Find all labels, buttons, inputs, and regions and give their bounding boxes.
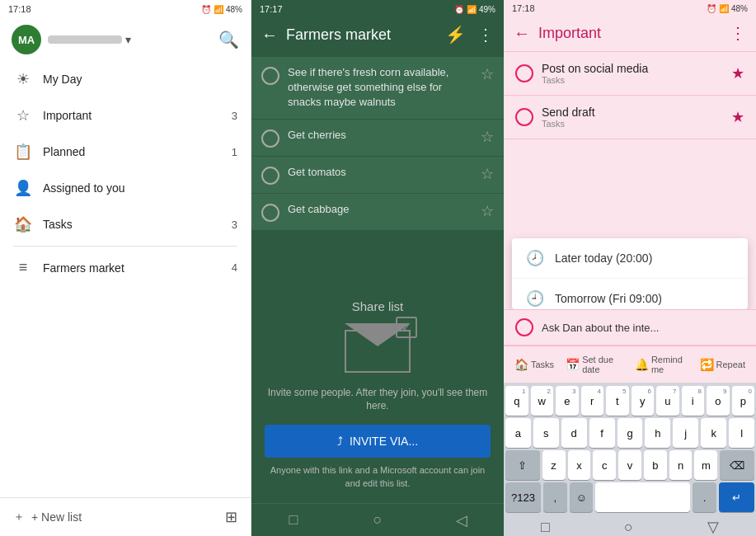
key-l[interactable]: l <box>729 418 754 448</box>
key-a[interactable]: a <box>505 418 531 448</box>
key-u[interactable]: 7u <box>656 386 679 416</box>
key-r[interactable]: 4r <box>581 386 604 416</box>
back-icon-right[interactable]: ← <box>514 24 530 43</box>
nav-item-assigned[interactable]: 👤 Assigned to you <box>0 170 251 206</box>
key-j[interactable]: j <box>673 418 698 448</box>
circle-nav-btn[interactable]: ○ <box>365 511 390 529</box>
key-o[interactable]: 9o <box>707 386 730 416</box>
toolbar-repeat[interactable]: 🔁 Repeat <box>696 355 749 374</box>
share-icon[interactable]: ⚡ <box>445 25 466 45</box>
key-k[interactable]: k <box>701 418 726 448</box>
task-star-2[interactable]: ☆ <box>481 128 494 146</box>
ask-dan-row: Ask Dan about the inte... <box>504 309 756 346</box>
square-nav-btn-right[interactable]: □ <box>541 519 550 536</box>
key-g[interactable]: g <box>617 418 643 448</box>
task-item: See if there's fresh corn available, oth… <box>251 57 504 119</box>
nav-item-farmers[interactable]: ≡ Farmers market 4 <box>0 250 251 285</box>
key-symbols[interactable]: ?123 <box>505 482 541 512</box>
key-c[interactable]: c <box>593 450 616 480</box>
key-v[interactable]: v <box>618 450 641 480</box>
key-d[interactable]: d <box>561 418 587 448</box>
status-icons-right: ⏰ 📶 48% <box>707 4 748 13</box>
task-star-4[interactable]: ☆ <box>481 202 494 220</box>
toolbar-tasks[interactable]: 🏠 Tasks <box>510 355 558 374</box>
more-icon-right[interactable]: ⋮ <box>730 23 746 43</box>
back-icon-mid[interactable]: ← <box>261 26 278 45</box>
key-row-2: a s d f g h j k l <box>505 418 754 448</box>
add-list-icon[interactable]: ⊞ <box>225 508 237 526</box>
farmers-count: 4 <box>232 261 237 274</box>
task-star-3[interactable]: ☆ <box>481 165 494 183</box>
key-f[interactable]: f <box>589 418 615 448</box>
key-n[interactable]: n <box>669 450 693 480</box>
status-bar-mid: 17:17 ⏰ 📶 49% <box>251 0 504 18</box>
chevron-down-icon[interactable]: ▾ <box>125 33 131 46</box>
task-circle-r1[interactable] <box>515 64 533 82</box>
key-enter[interactable]: ↵ <box>719 482 754 512</box>
toolbar-remind[interactable]: 🔔 Remind me <box>631 351 693 378</box>
task-circle-4[interactable] <box>261 204 279 222</box>
task-title-r2: Send draft <box>542 106 723 119</box>
task-star-1[interactable]: ☆ <box>481 65 494 83</box>
key-period[interactable]: . <box>693 482 716 512</box>
nav-item-planned[interactable]: 📋 Planned 1 <box>0 134 251 170</box>
important-icon: ☆ <box>13 106 33 125</box>
key-comma[interactable]: , <box>543 482 567 512</box>
key-z[interactable]: z <box>542 450 566 480</box>
key-space[interactable] <box>595 482 690 512</box>
key-y[interactable]: 6y <box>632 386 655 416</box>
later-today-label: Later today (20:00) <box>555 252 652 265</box>
important-count: 3 <box>232 110 237 122</box>
task-text-3: Get tomatos <box>288 165 472 180</box>
more-icon-mid[interactable]: ⋮ <box>477 25 494 45</box>
key-q[interactable]: 1q <box>505 386 528 416</box>
task-text-1: See if there's fresh corn available, oth… <box>288 65 472 110</box>
nav-item-tasks[interactable]: 🏠 Tasks 3 <box>0 206 251 242</box>
ask-dan-circle[interactable] <box>515 318 533 336</box>
nav-item-my-day[interactable]: ☀ My Day <box>0 61 251 97</box>
task-text-2: Get cherries <box>288 128 472 143</box>
key-m[interactable]: m <box>694 450 717 480</box>
battery-left: 48% <box>226 5 242 14</box>
task-circle-r2[interactable] <box>515 108 533 126</box>
later-today-option[interactable]: 🕗 Later today (20:00) <box>512 238 748 279</box>
task-circle-3[interactable] <box>261 167 279 185</box>
important-task-item: Post on social media Tasks ★ <box>504 52 756 96</box>
toolbar-due-date[interactable]: 📅 Set due date <box>561 351 627 378</box>
back-nav-btn[interactable]: ◁ <box>449 511 474 529</box>
status-bar-left: 17:18 ⏰ 📶 48% <box>0 0 251 18</box>
task-circle-2[interactable] <box>261 129 279 148</box>
key-x[interactable]: x <box>568 450 591 480</box>
pink-space <box>504 139 756 238</box>
key-p[interactable]: 0p <box>732 386 755 416</box>
key-h[interactable]: h <box>645 418 670 448</box>
key-emoji[interactable]: ☺ <box>570 482 594 512</box>
key-shift[interactable]: ⇧ <box>505 450 540 480</box>
key-w[interactable]: 2w <box>531 386 554 416</box>
key-t[interactable]: 5t <box>606 386 629 416</box>
task-item: Get cabbage ☆ <box>251 194 504 230</box>
new-list-button[interactable]: ＋ + New list <box>13 510 82 524</box>
circle-nav-btn-right[interactable]: ○ <box>624 519 633 536</box>
signal-icon: 📶 <box>214 5 223 14</box>
new-list-footer: ＋ + New list ⊞ <box>0 497 251 536</box>
nav-item-important[interactable]: ☆ Important 3 <box>0 97 251 134</box>
key-backspace[interactable]: ⌫ <box>720 450 754 480</box>
task-sub-r2: Tasks <box>542 119 723 129</box>
task-list-mid: See if there's fresh corn available, oth… <box>251 53 504 286</box>
avatar[interactable]: MA <box>12 25 41 54</box>
star-filled-1[interactable]: ★ <box>731 64 744 82</box>
search-icon[interactable]: 🔍 <box>218 30 239 49</box>
nav-label-assigned: Assigned to you <box>43 181 237 195</box>
key-b[interactable]: b <box>644 450 667 480</box>
right-title: Important <box>538 25 721 42</box>
invite-button[interactable]: ⤴ INVITE VIA... <box>265 425 491 458</box>
square-nav-btn[interactable]: □ <box>281 511 306 529</box>
key-i[interactable]: 8i <box>682 386 705 416</box>
key-e[interactable]: 3e <box>556 386 579 416</box>
back-nav-btn-right[interactable]: ▽ <box>707 518 719 536</box>
tomorrow-option[interactable]: 🕘 Tomorrow (Fri 09:00) <box>512 279 748 309</box>
key-s[interactable]: s <box>533 418 559 448</box>
star-filled-2[interactable]: ★ <box>731 108 744 126</box>
task-circle-1[interactable] <box>261 67 279 85</box>
